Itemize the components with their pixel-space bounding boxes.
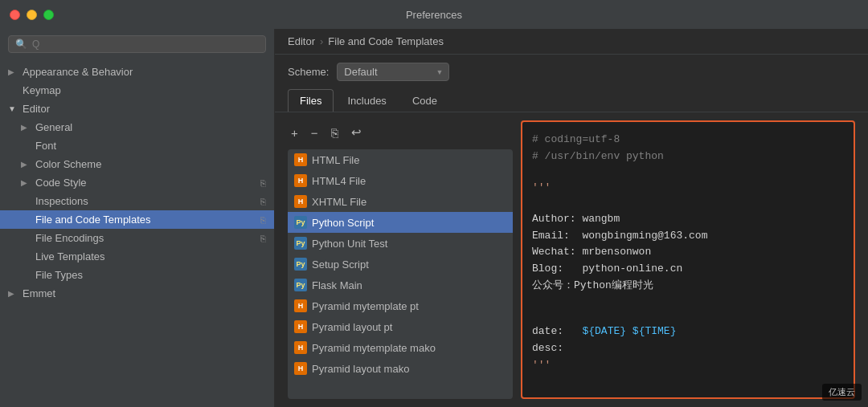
scheme-bar: Scheme: Default [275, 55, 868, 89]
sidebar-item-font[interactable]: Font [0, 136, 274, 155]
code-line: # /usr/bin/env python [532, 149, 844, 165]
copy-icon: ⎘ [260, 215, 266, 225]
sidebar-item-label: File and Code Templates [35, 214, 151, 226]
reset-button[interactable]: ↩ [348, 124, 365, 141]
file-item-label: Pyramid layout pt [312, 321, 392, 333]
scheme-select[interactable]: Default [337, 63, 449, 81]
file-item-python-script[interactable]: PyPython Script [288, 212, 513, 233]
file-icon: Py [294, 279, 307, 291]
editor-area: + − ⎘ ↩ HHTML FileHHTML4 FileHXHTML File… [275, 112, 868, 407]
copy-icon: ⎘ [260, 197, 266, 206]
search-input[interactable] [32, 39, 259, 50]
code-line: # coding=utf-8 [532, 132, 844, 149]
main-content: 🔍 ▶Appearance & BehaviorKeymap▼Editor▶Ge… [0, 29, 868, 407]
tab-code[interactable]: Code [400, 89, 449, 112]
window-title: Preferences [406, 9, 462, 21]
tab-files[interactable]: Files [288, 89, 334, 112]
file-item-label: Pyramid mytemplate pt [312, 300, 419, 312]
breadcrumb-separator: › [320, 35, 323, 47]
file-item-pyramid-mytemplate-pt[interactable]: HPyramid mytemplate pt [288, 295, 513, 316]
file-icon: Py [294, 258, 307, 271]
file-item-html-file[interactable]: HHTML File [288, 149, 513, 170]
sidebar-item-editor[interactable]: ▼Editor [0, 100, 274, 118]
file-item-pyramid-mytemplate-mako[interactable]: HPyramid mytemplate mako [288, 337, 513, 358]
file-icon: H [294, 341, 307, 354]
file-icon: H [294, 362, 307, 375]
sidebar-item-label: Editor [23, 103, 50, 115]
arrow-icon: ▶ [21, 160, 31, 169]
sidebar-item-general[interactable]: ▶General [0, 118, 274, 136]
code-line [532, 309, 844, 324]
sidebar-item-label: General [35, 121, 72, 133]
file-item-xhtml-file[interactable]: HXHTML File [288, 191, 513, 212]
maximize-button[interactable] [43, 10, 54, 20]
right-panel: Editor › File and Code Templates Scheme:… [275, 29, 868, 407]
sidebar-item-label: Emmet [23, 287, 55, 299]
file-item-python-unit-test[interactable]: PyPython Unit Test [288, 233, 513, 254]
minimize-button[interactable] [27, 10, 37, 20]
file-icon: H [294, 174, 307, 187]
file-item-label: XHTML File [312, 196, 366, 208]
template-var: ${TIME} [633, 325, 677, 337]
sidebar-item-label: Appearance & Behavior [23, 66, 133, 78]
copy-button[interactable]: ⎘ [328, 124, 342, 141]
search-icon: 🔍 [15, 39, 27, 50]
sidebar-item-color-scheme[interactable]: ▶Color Scheme [0, 155, 274, 173]
arrow-icon: ▶ [8, 67, 18, 76]
file-item-html4-file[interactable]: HHTML4 File [288, 170, 513, 191]
file-list: HHTML FileHHTML4 FileHXHTML FilePyPython… [288, 149, 513, 399]
sidebar-item-file-encodings[interactable]: File Encodings⎘ [0, 229, 274, 247]
sidebar-item-label: Font [35, 140, 56, 152]
code-line [532, 165, 844, 180]
code-line [532, 295, 844, 309]
sidebar-list: ▶Appearance & BehaviorKeymap▼Editor▶Gene… [0, 59, 274, 407]
sidebar-item-label: Keymap [23, 84, 61, 96]
sidebar-item-emmet[interactable]: ▶Emmet [0, 284, 274, 303]
file-toolbar: + − ⎘ ↩ [288, 120, 513, 144]
file-item-label: Python Script [312, 217, 374, 229]
file-item-label: HTML File [312, 154, 359, 166]
sidebar-item-code-style[interactable]: ▶Code Style⎘ [0, 173, 274, 192]
scheme-select-wrap[interactable]: Default [337, 63, 449, 81]
file-item-setup-script[interactable]: PySetup Script [288, 254, 513, 275]
breadcrumb: Editor › File and Code Templates [275, 29, 868, 55]
breadcrumb-current: File and Code Templates [328, 35, 444, 47]
file-item-label: Pyramid mytemplate mako [312, 342, 436, 354]
tab-includes[interactable]: Includes [335, 89, 398, 112]
sidebar-item-file-types[interactable]: File Types [0, 266, 274, 284]
file-item-label: Pyramid layout mako [312, 363, 409, 375]
file-icon: H [294, 195, 307, 208]
close-button[interactable] [10, 10, 20, 20]
sidebar-item-appearance[interactable]: ▶Appearance & Behavior [0, 63, 274, 81]
arrow-icon: ▶ [8, 289, 18, 298]
sidebar-item-keymap[interactable]: Keymap [0, 81, 274, 100]
sidebar-item-label: Color Scheme [35, 158, 101, 170]
arrow-icon: ▶ [21, 178, 31, 187]
template-var: ${DATE} [582, 325, 626, 337]
code-line: date: ${DATE} ${TIME} [532, 324, 844, 340]
file-icon: Py [294, 216, 307, 229]
code-line: 公众号：Python编程时光 [532, 278, 844, 295]
sidebar-item-live-templates[interactable]: Live Templates [0, 247, 274, 266]
file-item-pyramid-layout-mako[interactable]: HPyramid layout mako [288, 358, 513, 379]
title-bar: Preferences [0, 0, 868, 29]
arrow-icon: ▶ [21, 123, 31, 132]
arrow-icon: ▼ [8, 104, 18, 113]
file-item-label: HTML4 File [312, 175, 366, 187]
code-line: desc: [532, 340, 844, 357]
code-line: ''' [532, 357, 844, 374]
remove-button[interactable]: − [308, 124, 321, 141]
search-input-wrap[interactable]: 🔍 [8, 35, 266, 53]
sidebar: 🔍 ▶Appearance & BehaviorKeymap▼Editor▶Ge… [0, 29, 275, 407]
file-item-pyramid-layout-pt[interactable]: HPyramid layout pt [288, 316, 513, 337]
watermark: 亿速云 [822, 384, 862, 401]
sidebar-item-label: Code Style [35, 177, 87, 189]
sidebar-item-inspections[interactable]: Inspections⎘ [0, 192, 274, 210]
copy-icon: ⎘ [260, 178, 266, 188]
sidebar-item-label: File Types [35, 269, 83, 281]
code-editor[interactable]: # coding=utf-8# /usr/bin/env python ''' … [521, 120, 855, 399]
sidebar-item-file-and-code-templates[interactable]: File and Code Templates⎘ [0, 210, 274, 229]
file-item-flask-main[interactable]: PyFlask Main [288, 275, 513, 295]
window-controls[interactable] [10, 10, 54, 20]
add-button[interactable]: + [288, 124, 301, 141]
